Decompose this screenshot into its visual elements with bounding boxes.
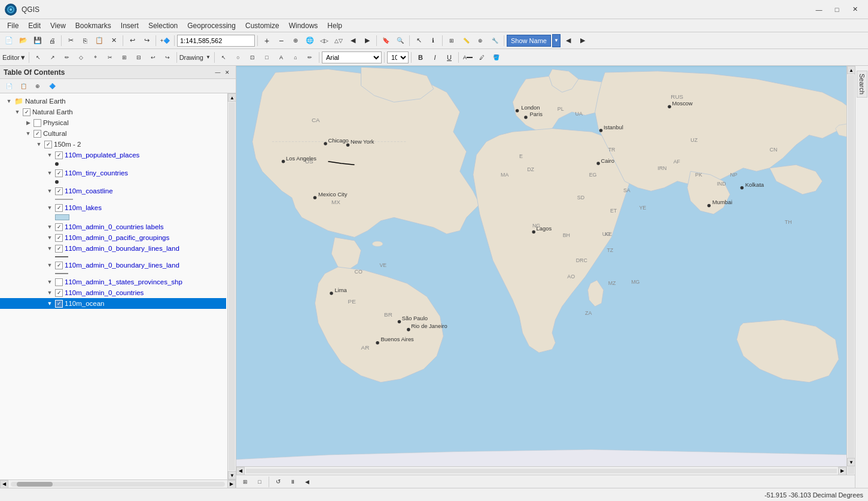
- draw-tool-2[interactable]: ↗: [46, 51, 59, 64]
- map-hscroll[interactable]: ◀ ▶: [236, 466, 846, 475]
- cl-checkbox[interactable]: [55, 223, 63, 231]
- underline-button[interactable]: U: [443, 51, 456, 64]
- fill-color-button[interactable]: 🪣: [490, 51, 503, 64]
- drawing-tool-6[interactable]: ⌂: [289, 51, 302, 64]
- draw-tool-4[interactable]: ◇: [75, 51, 88, 64]
- menu-windows[interactable]: Windows: [284, 20, 323, 31]
- toc-150m-item[interactable]: ▼ 150m - 2: [0, 139, 226, 150]
- close-button[interactable]: ✕: [846, 4, 863, 16]
- map-hscroll-track[interactable]: [246, 469, 837, 473]
- copy-button[interactable]: ⎘: [78, 34, 92, 47]
- cultural-checkbox[interactable]: [33, 130, 41, 138]
- 150m-expand-icon[interactable]: ▼: [35, 140, 43, 148]
- draw-tool-8[interactable]: ⊟: [132, 51, 145, 64]
- toc-ocean-item[interactable]: ▼ 110m_ocean: [0, 298, 226, 309]
- more-tools-4[interactable]: 🔧: [488, 34, 501, 47]
- ne-checkbox[interactable]: [23, 108, 31, 116]
- add-data-button[interactable]: +🔷: [159, 34, 172, 47]
- zoom-out-button[interactable]: −: [275, 34, 288, 47]
- ocean-expand-icon[interactable]: ▼: [45, 299, 54, 308]
- info-button[interactable]: ℹ: [427, 34, 440, 47]
- pg-checkbox[interactable]: [55, 234, 63, 242]
- nav-prev[interactable]: ◀: [562, 34, 575, 47]
- toc-minimize[interactable]: —: [213, 68, 223, 77]
- scroll-up-arrow[interactable]: ▲: [228, 93, 236, 102]
- zoom-tools-1[interactable]: ◁▷: [318, 34, 331, 47]
- new-button[interactable]: 📄: [2, 34, 16, 47]
- show-name-dropdown[interactable]: Show Name: [507, 35, 551, 47]
- italic-button[interactable]: I: [428, 51, 441, 64]
- map-hscroll-left[interactable]: ◀: [236, 467, 245, 475]
- hscroll-right-arrow[interactable]: ▶: [227, 480, 236, 488]
- font-size-select[interactable]: 10: [387, 51, 409, 63]
- lakes-checkbox[interactable]: [55, 204, 63, 212]
- bookmark-button[interactable]: 🔖: [379, 34, 392, 47]
- drawing-tool-2[interactable]: ○: [232, 51, 245, 64]
- toc-boundary-land-1-item[interactable]: ▼ 110m_admin_0_boundary_lines_land: [0, 243, 226, 254]
- toc-physical-item[interactable]: ▶ Physical: [0, 117, 226, 128]
- menu-customize[interactable]: Customize: [240, 20, 284, 31]
- ocean-checkbox[interactable]: [55, 300, 63, 308]
- select-arrow[interactable]: ↖: [412, 34, 425, 47]
- pg-expand-icon[interactable]: ▼: [45, 233, 54, 242]
- menu-bookmarks[interactable]: Bookmarks: [71, 20, 116, 31]
- zoom-in-button[interactable]: +: [260, 34, 273, 47]
- cl-expand-icon[interactable]: ▼: [45, 223, 54, 231]
- hscroll-track[interactable]: [11, 482, 225, 487]
- map-vscroll-thumb[interactable]: [848, 75, 854, 474]
- toc-vscroll[interactable]: ▲ ▼: [227, 93, 236, 479]
- map-tool-2[interactable]: □: [253, 475, 266, 488]
- toc-cultural-item[interactable]: ▼ Cultural: [0, 128, 226, 139]
- toc-boundary-land-2-item[interactable]: ▼ 110m_admin_0_boundary_lines_land: [0, 260, 226, 271]
- back-button[interactable]: ◀: [346, 34, 360, 47]
- physical-expand-icon[interactable]: ▶: [24, 119, 32, 127]
- zoom-tools-2[interactable]: △▽: [332, 34, 345, 47]
- font-name-select[interactable]: Arial: [322, 51, 382, 63]
- menu-edit[interactable]: Edit: [23, 20, 45, 31]
- toc-tool-3[interactable]: ⊕: [31, 80, 44, 93]
- drawing-select[interactable]: ↖: [217, 51, 230, 64]
- toc-root-item[interactable]: ▼ 📁 Natural Earth: [0, 96, 226, 107]
- map-tool-pause[interactable]: ⏸: [286, 475, 299, 488]
- find-button[interactable]: 🔍: [394, 34, 407, 47]
- more-tools-2[interactable]: 📏: [459, 34, 473, 47]
- minimize-button[interactable]: —: [811, 4, 827, 16]
- bl1-expand-icon[interactable]: ▼: [45, 244, 54, 253]
- menu-view[interactable]: View: [45, 20, 71, 31]
- drawing-dropdown[interactable]: ▼: [205, 51, 212, 64]
- toc-tool-1[interactable]: 📄: [2, 80, 16, 93]
- open-button[interactable]: 📂: [17, 34, 30, 47]
- toc-countries-item[interactable]: ▼ 110m_admin_0_countries: [0, 287, 226, 298]
- undo-button[interactable]: ↩: [126, 34, 139, 47]
- sp-expand-icon[interactable]: ▼: [45, 278, 54, 286]
- maximize-button[interactable]: □: [829, 4, 845, 16]
- zoom-full-button[interactable]: ⊕: [289, 34, 302, 47]
- draw-tool-7[interactable]: ⊞: [118, 51, 131, 64]
- draw-tool-3[interactable]: ✏: [60, 51, 74, 64]
- forward-button[interactable]: ▶: [361, 34, 374, 47]
- 150m-checkbox[interactable]: [44, 141, 52, 148]
- search-side-label[interactable]: Search: [857, 71, 867, 98]
- show-name-arrow[interactable]: ▼: [552, 34, 561, 47]
- tc-expand-icon[interactable]: ▼: [45, 169, 54, 177]
- coast-expand-icon[interactable]: ▼: [45, 187, 54, 195]
- redo-button[interactable]: ↪: [140, 34, 153, 47]
- drawing-tool-7[interactable]: ✏: [303, 51, 316, 64]
- draw-tool-9[interactable]: ↩: [147, 51, 160, 64]
- cultural-expand-icon[interactable]: ▼: [24, 129, 32, 138]
- map-vscroll[interactable]: ▲ ▼: [846, 66, 855, 475]
- lakes-expand-icon[interactable]: ▼: [45, 204, 54, 212]
- toc-natural-earth-item[interactable]: ▼ Natural Earth: [0, 107, 226, 117]
- drawing-tool-5[interactable]: A: [275, 51, 288, 64]
- hscroll-thumb[interactable]: [17, 482, 53, 487]
- toc-tool-4[interactable]: 🔷: [45, 80, 59, 93]
- toc-hscroll[interactable]: ◀ ▶: [0, 479, 236, 488]
- coast-checkbox[interactable]: [55, 187, 63, 195]
- toc-countries-labels-item[interactable]: ▼ 110m_admin_0_countries labels: [0, 221, 226, 232]
- pp-expand-icon[interactable]: ▼: [45, 151, 54, 159]
- print-button[interactable]: 🖨: [45, 34, 59, 47]
- toc-populated-places-item[interactable]: ▼ 110m_populated_places: [0, 150, 226, 160]
- map-scroll-up[interactable]: ▲: [847, 66, 855, 74]
- scroll-down-arrow[interactable]: ▼: [228, 471, 236, 479]
- bold-button[interactable]: B: [414, 51, 427, 64]
